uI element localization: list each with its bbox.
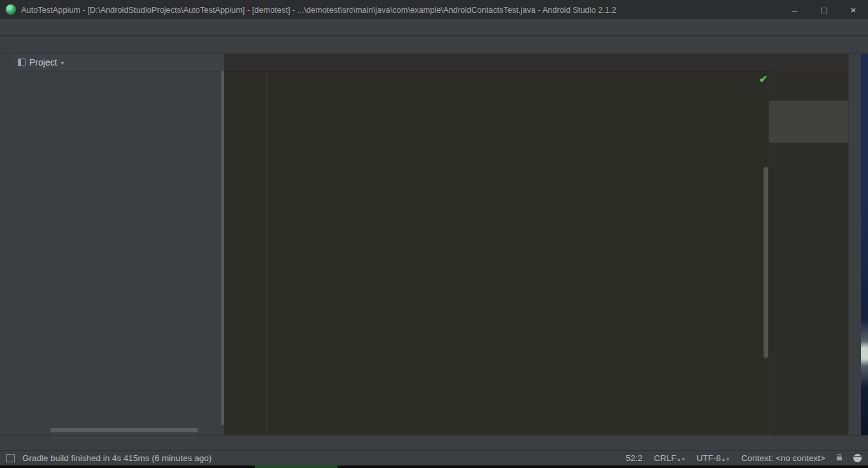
main-toolbar (0, 36, 868, 54)
line-ending-selector[interactable]: CRLF▲▼ (654, 453, 685, 463)
main-area: Project ▾ ✔ (0, 54, 868, 435)
editor-area: ✔ (224, 54, 848, 435)
status-message: Gradle build finished in 4s 415ms (6 min… (22, 453, 211, 463)
tree-horizontal-scrollbar[interactable] (50, 428, 198, 432)
readonly-lock-icon[interactable] (837, 457, 842, 460)
inspection-status-icon[interactable]: ✔ (759, 73, 767, 85)
encoding-selector[interactable]: UTF-8▲▼ (697, 453, 730, 463)
minimize-button[interactable]: – (780, 0, 809, 19)
editor-gutter (224, 71, 267, 435)
right-tool-stripe (848, 54, 862, 435)
android-studio-logo-icon (6, 4, 16, 15)
status-bar-widgets: 52:2 CRLF▲▼ UTF-8▲▼ Context: <no context… (625, 453, 862, 463)
title-bar: AutoTestAppium - [D:\AndroidStudioProjec… (0, 0, 868, 19)
minimap-viewport[interactable] (769, 101, 848, 143)
status-bar: Gradle build finished in 4s 415ms (6 min… (0, 450, 868, 465)
desktop-background-sliver (861, 54, 868, 435)
caret-position[interactable]: 52:2 (625, 453, 642, 463)
project-panel-icon (18, 59, 25, 66)
toggle-toolbuttons-icon[interactable] (6, 454, 15, 462)
window-controls: –□× (780, 0, 868, 19)
close-button[interactable]: × (839, 0, 868, 19)
project-panel-title: Project (29, 57, 57, 67)
project-tree (13, 71, 224, 426)
project-panel-header: Project ▾ (13, 54, 224, 71)
code-editor[interactable]: ✔ (224, 71, 848, 435)
code-minimap[interactable] (769, 71, 848, 435)
android-studio-window: AutoTestAppium - [D:\AndroidStudioProjec… (0, 0, 868, 468)
chevron-down-icon[interactable]: ▾ (61, 59, 64, 66)
code-lines[interactable] (267, 71, 769, 435)
context-widget[interactable]: Context: <no context> (741, 453, 825, 463)
hector-inspector-icon[interactable] (853, 454, 862, 462)
menu-bar (0, 19, 868, 36)
tool-window-bar (0, 435, 868, 450)
project-tool-window: Project ▾ (13, 54, 225, 435)
screen-bottom-edge (0, 465, 868, 468)
maximize-button[interactable]: □ (809, 0, 839, 19)
editor-tabs (224, 54, 848, 72)
left-tool-stripe (0, 54, 14, 435)
window-title: AutoTestAppium - [D:\AndroidStudioProjec… (21, 5, 616, 15)
editor-vertical-scrollbar[interactable] (764, 167, 768, 358)
